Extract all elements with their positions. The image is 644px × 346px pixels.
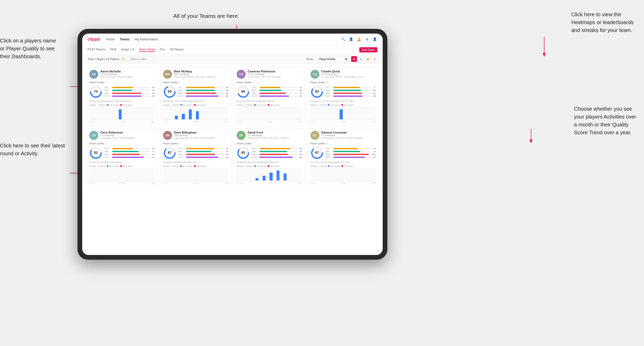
- ipad-frame: clippd Home Teams My Performance 🔍 👤 🔔 ⊕…: [77, 29, 387, 260]
- last-round[interactable]: 02 Jul 23 | 59 (+17), Craigmillar Park G…: [237, 100, 302, 102]
- heatmaps-arrow: [542, 37, 557, 60]
- player-name[interactable]: Charlie Quick: [321, 70, 376, 73]
- player-info: Chris Robertson 1-5 Handicap Craigmillar…: [100, 131, 155, 139]
- quality-stats: OTT 84 APP 85 ARG 88 PUTT 95: [178, 86, 228, 97]
- list-view-icon[interactable]: ⊟: [358, 56, 364, 62]
- filter-input[interactable]: [128, 57, 154, 62]
- card-header: CR Chris Robertson 1-5 Handicap Craigmil…: [89, 131, 155, 140]
- heatmaps-annotation: Click here to view the Heatmaps or leade…: [571, 10, 633, 34]
- last-round[interactable]: 07 Aug 23 | 77 (+7), St George's Hill GC…: [310, 100, 376, 102]
- arg-stat: ARG 88: [178, 92, 228, 94]
- player-card[interactable]: BM Blair McHarg Plus Handicap Royal Nort…: [160, 67, 231, 125]
- tab-team-clippd[interactable]: Team Clippd: [139, 48, 155, 52]
- player-club: Royal Perth Golf Club, Australia: [248, 76, 302, 78]
- last-round[interactable]: 26 Aug 23 | 84 (+12), Royal North Devon …: [237, 161, 302, 163]
- player-handicap: 11-15 Handicap: [100, 73, 155, 76]
- ott-stat: OTT 84: [178, 86, 228, 89]
- player-name-annotation: Click on a players name or Player Qualit…: [0, 37, 56, 60]
- ott-stat: OTT 89: [252, 147, 302, 150]
- nav-logo: clippd: [87, 37, 100, 42]
- player-club: St. George's Hill GC - Weybridge - Surre…: [321, 76, 376, 78]
- player-card[interactable]: CR Chris Robertson 1-5 Handicap Craigmil…: [86, 128, 158, 187]
- putt-stat: PUTT 86: [326, 95, 376, 97]
- player-name[interactable]: Edward Crossman: [321, 131, 376, 134]
- svg-text:83: 83: [315, 89, 319, 93]
- player-name[interactable]: Blair McHarg: [174, 70, 228, 73]
- activity-label: Activity · 1 Month On course Off course: [89, 165, 155, 167]
- chart-dates: 31 Jul21 Aug4 Sep: [163, 182, 228, 184]
- app-stat: APP 85: [178, 89, 228, 92]
- sub-nav: PGAT Players PGA Hcaps 1-5 Team Clippd T…: [82, 45, 383, 55]
- player-card[interactable]: DF David Ford 1-5 Handicap Royal North D…: [234, 128, 305, 187]
- add-team-button[interactable]: Add Team: [359, 47, 377, 52]
- profile-icon[interactable]: 👤: [349, 37, 354, 42]
- player-name[interactable]: Dave Billingham: [174, 131, 228, 134]
- app-stat: APP 74: [178, 150, 228, 153]
- edit-icon[interactable]: ✏️: [122, 58, 125, 61]
- activity-chart: [237, 168, 302, 181]
- player-club: Sag Maging Golf Club, United Kingdom: [174, 137, 228, 139]
- quality-section: 93 OTT 84 APP 85 ARG 88: [163, 85, 228, 98]
- putt-stat: PUTT 92: [326, 156, 376, 158]
- player-info: Charlie Quick 6-10 Handicap St. George's…: [321, 70, 376, 78]
- team-label: Team Clippd | 14 Players: [87, 57, 120, 61]
- putt-stat: PUTT 95: [178, 95, 228, 97]
- last-round[interactable]: 18 Jul 23 | 74 (+4), Sunningdale GC - Ol…: [310, 161, 376, 163]
- ott-stat: OTT 77: [326, 86, 376, 89]
- activity-label: Activity · 1 Month On course Off course: [237, 104, 302, 106]
- settings-icon[interactable]: ⊕: [364, 37, 370, 42]
- player-card[interactable]: DB Dave Billingham 1-5 Handicap Sag Magi…: [160, 128, 231, 187]
- last-round[interactable]: 02 Sep 23 | Sunset round to get back int…: [89, 100, 155, 102]
- player-name[interactable]: Cameron Robertson: [248, 70, 302, 73]
- player-card[interactable]: CR Cameron Robertson 11-15 Handicap Roya…: [234, 67, 305, 125]
- sort-icon[interactable]: ⇅: [372, 56, 377, 62]
- view-icons: ⊞ ⊟ 🏆 ⇅: [351, 56, 377, 62]
- activity-section: Activity · 1 Month On course Off course …: [237, 104, 302, 123]
- search-icon[interactable]: 🔍: [341, 37, 346, 42]
- trophy-icon[interactable]: 🏆: [365, 56, 371, 62]
- teams-annotation: All of your Teams are here.: [173, 12, 239, 20]
- player-avatar: EC: [310, 131, 319, 140]
- activity-chart: [89, 168, 155, 181]
- tab-hcaps[interactable]: Hcaps 1-5: [121, 48, 134, 52]
- chart-dates: 31 Jul21 Aug4 Sep: [237, 121, 302, 123]
- show-select[interactable]: Player Activity Quality Score Trend: [316, 57, 349, 62]
- ott-stat: OTT 73: [326, 147, 376, 150]
- card-header: DB Dave Billingham 1-5 Handicap Sag Magi…: [163, 131, 228, 140]
- player-club: Royal North Devon Golf Club, United Ki..…: [248, 137, 302, 139]
- bell-icon[interactable]: 🔔: [356, 37, 362, 42]
- player-avatar: AN: [89, 70, 98, 79]
- tab-tour[interactable]: Tour: [160, 48, 165, 52]
- grid-view-icon[interactable]: ⊞: [351, 56, 357, 62]
- chart-dates: 31 Jul21 Aug4 Sep: [89, 121, 155, 123]
- player-card[interactable]: AN Aaron Nicholls 11-15 Handicap Drift G…: [86, 67, 158, 125]
- last-round[interactable]: 04 Sep 23 | Mobility with coach, Gym →: [163, 161, 228, 163]
- avatar-icon[interactable]: 👤: [372, 37, 377, 42]
- activity-section: Activity · 1 Month On course Off course …: [163, 165, 228, 184]
- nav-home[interactable]: Home: [106, 38, 115, 41]
- tab-pgat[interactable]: PGAT Players: [87, 48, 106, 52]
- player-name[interactable]: David Ford: [248, 131, 302, 134]
- nav-teams[interactable]: Teams: [120, 38, 129, 41]
- ipad-screen: clippd Home Teams My Performance 🔍 👤 🔔 ⊕…: [82, 34, 383, 255]
- player-name[interactable]: Aaron Nicholls: [100, 70, 155, 73]
- player-card[interactable]: CQ Charlie Quick 6-10 Handicap St. Georg…: [308, 67, 379, 125]
- player-name[interactable]: Chris Robertson: [100, 131, 155, 134]
- tab-pga[interactable]: PGA: [110, 48, 116, 52]
- last-round[interactable]: 26 Aug 23 | 73 (+1), Royal North Devon G…: [163, 100, 228, 102]
- ott-stat: OTT 82: [178, 147, 228, 150]
- nav-bar: clippd Home Teams My Performance 🔍 👤 🔔 ⊕…: [82, 34, 383, 45]
- putt-stat: PUTT 91: [105, 156, 155, 158]
- activity-label: Activity · 1 Month On course Off course: [89, 104, 155, 106]
- activity-section: Activity · 1 Month On course Off course …: [310, 165, 376, 184]
- last-round[interactable]: 03 Mar 23 | 19, Must make putting →: [89, 161, 155, 163]
- player-card[interactable]: EC Edward Crossman 1-5 Handicap Sunningd…: [308, 128, 379, 187]
- chart-dates: 31 Jul21 Aug4 Sep: [310, 182, 376, 184]
- player-info: David Ford 1-5 Handicap Royal North Devo…: [248, 131, 302, 139]
- app-stat: APP 80: [326, 89, 376, 92]
- tab-all-players[interactable]: All Players: [170, 48, 184, 52]
- player-avatar: DF: [237, 131, 246, 140]
- nav-performance[interactable]: My Performance: [135, 38, 158, 41]
- card-header: DF David Ford 1-5 Handicap Royal North D…: [237, 131, 302, 140]
- app-stat: APP 58: [105, 89, 155, 92]
